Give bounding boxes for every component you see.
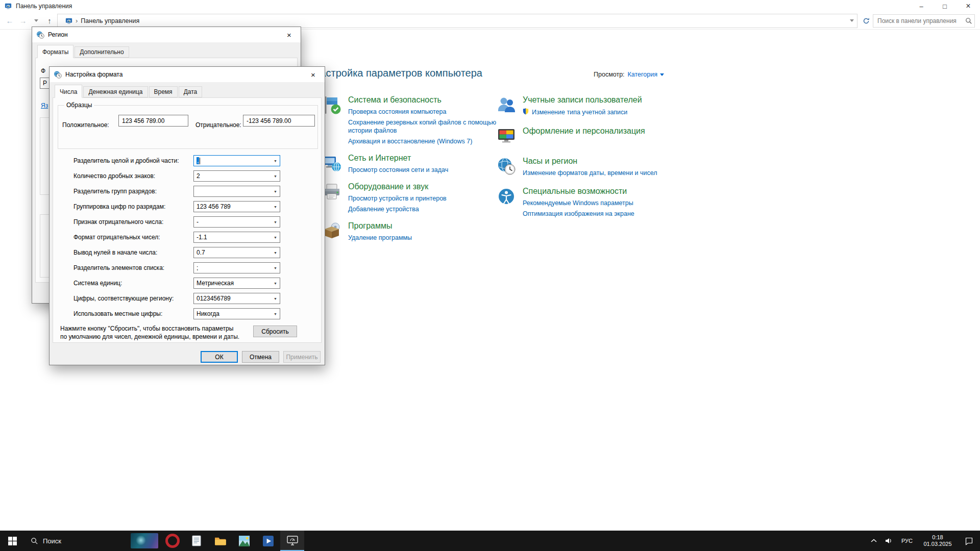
media-app-icon[interactable] [256,531,280,551]
groupbox-label: Образцы [64,102,94,109]
fraction-digits-combobox[interactable]: 2 ▼ [193,170,280,182]
reset-button[interactable]: Сбросить [253,325,297,337]
volume-icon[interactable] [881,531,896,551]
negative-sample-field[interactable]: -123 456 789.00 [243,115,315,127]
tab-formats[interactable]: Форматы [37,45,74,58]
photos-app-icon[interactable] [232,531,256,551]
leading-zero-combobox[interactable]: 0.7 ▼ [193,247,280,258]
search-box[interactable] [873,14,975,28]
ok-button[interactable]: ОК [201,351,238,363]
form-row: Признак отрицательного числа: - ▼ [53,216,321,228]
tab-currency[interactable]: Денежная единица [83,86,148,97]
control-panel-icon [65,17,72,24]
form-row: Количество дробных знаков: 2 ▼ [53,170,321,182]
decimal-separator-combobox[interactable]: , ▼ [193,155,280,166]
tab-numbers[interactable]: Числа [55,85,82,98]
control-panel-titlebar: Панель управления – □ × [0,0,980,12]
language-settings-link[interactable]: Яз [41,102,48,109]
category-link[interactable]: Просмотр устройств и принтеров [348,194,447,203]
digit-grouping-combobox[interactable]: 123 456 789 ▼ [193,201,280,212]
category-link[interactable]: Добавление устройства [348,205,447,213]
maximize-button[interactable]: □ [933,0,957,12]
category-link[interactable]: Сохранение резервных копий файлов с помо… [348,118,503,135]
category-title[interactable]: Учетные записи пользователей [523,95,642,105]
clock[interactable]: 0:18 01.03.2025 [918,531,958,551]
app-thumbnail[interactable] [129,531,160,551]
tab-time[interactable]: Время [149,86,178,97]
region-icon [36,31,44,39]
language-indicator[interactable]: РУС [896,531,918,551]
browser-app-icon[interactable] [160,531,184,551]
positive-label: Положительное: [62,121,109,129]
system-tray: РУС 0:18 01.03.2025 [867,531,980,551]
format-dialog-titlebar: Настройка формата × [50,67,325,82]
chevron-down-icon: ▼ [271,309,280,319]
explorer-app-icon[interactable] [208,531,232,551]
search-input[interactable] [877,17,965,24]
categories-right-column: Учетные записи пользователей Изменение т… [496,95,721,227]
address-bar[interactable]: › Панель управления [57,14,857,28]
negative-format-combobox[interactable]: -1.1 ▼ [193,232,280,243]
minimize-button[interactable]: – [910,0,933,12]
negative-sign-combobox[interactable]: - ▼ [193,216,280,228]
up-button[interactable]: ↑ [43,14,56,28]
reset-note-line1: Нажмите кнопку "Сбросить", чтобы восстан… [60,325,233,332]
category-title[interactable]: Специальные возможности [523,187,634,196]
category-hardware-sound: Оборудование и звук Просмотр устройств и… [322,182,503,216]
forward-button[interactable]: → [16,14,30,28]
category-title[interactable]: Программы [348,221,412,231]
ease-of-access-icon[interactable] [496,186,517,207]
personalization-icon[interactable] [496,126,517,146]
taskbar-search[interactable]: Поиск [24,531,67,551]
category-link: Изменение типа учетной записи [523,108,642,117]
start-button[interactable] [0,531,24,551]
cancel-button[interactable]: Отмена [242,351,279,363]
positive-sample-field[interactable]: 123 456 789.00 [118,115,188,127]
form-row: Разделитель целой и дробной части: , ▼ [53,155,321,166]
category-programs: Программы Удаление программы [322,221,503,244]
category-link[interactable]: Просмотр состояния сети и задач [348,166,448,174]
control-panel-app-icon[interactable] [280,531,304,551]
breadcrumb-chevron-icon: › [76,17,78,24]
view-by-dropdown[interactable]: Категория [628,71,664,78]
category-link[interactable]: Удаление программы [348,234,412,242]
tab-additional[interactable]: Дополнительно [75,46,129,58]
chevron-down-icon: ▼ [271,263,280,273]
clock-region-icon[interactable] [496,156,517,177]
category-link[interactable]: Оптимизация изображения на экране [523,210,634,218]
category-title[interactable]: Система и безопасность [348,95,503,105]
close-icon[interactable]: × [302,67,325,82]
group-separator-combobox[interactable]: ▼ [193,186,280,197]
region-icon [54,70,62,79]
category-title[interactable]: Сеть и Интернет [348,154,448,163]
category-title[interactable]: Оформление и персонализация [523,127,645,136]
category-link[interactable]: Архивация и восстановление (Windows 7) [348,137,503,145]
category-link[interactable]: Рекомендуемые Windows параметры [523,199,634,207]
category-title[interactable]: Часы и регион [523,157,657,166]
back-button[interactable]: ← [3,14,16,28]
notepad-app-icon[interactable] [184,531,208,551]
native-digits-combobox[interactable]: Никогда ▼ [193,308,280,319]
search-icon[interactable] [965,17,972,24]
address-dropdown-icon[interactable] [850,19,854,22]
breadcrumb[interactable]: Панель управления [81,17,139,24]
close-button[interactable]: × [957,0,980,12]
list-separator-combobox[interactable]: ; ▼ [193,262,280,273]
measurement-system-combobox[interactable]: Метрическая ▼ [193,278,280,289]
close-icon[interactable]: × [278,27,301,42]
history-dropdown[interactable] [30,14,43,28]
category-system-security: Система и безопасность Проверка состояни… [322,95,503,148]
action-center-icon[interactable] [958,531,980,551]
category-link[interactable]: Изменение форматов даты, времени и чисел [523,169,657,177]
category-title[interactable]: Оборудование и звук [348,182,447,191]
tab-date[interactable]: Дата [179,86,203,97]
control-panel-icon [5,3,12,10]
form-row: Разделитель элементов списка: ; ▼ [53,262,321,273]
form-row: Формат отрицательных чисел: -1.1 ▼ [53,232,321,243]
refresh-button[interactable] [860,14,873,28]
standard-digits-combobox[interactable]: 0123456789 ▼ [193,293,280,304]
category-link[interactable]: Проверка состояния компьютера [348,108,503,116]
categories-left-column: Система и безопасность Проверка состояни… [322,95,503,249]
show-hidden-icons-button[interactable] [867,531,881,551]
user-accounts-icon[interactable] [496,95,517,115]
